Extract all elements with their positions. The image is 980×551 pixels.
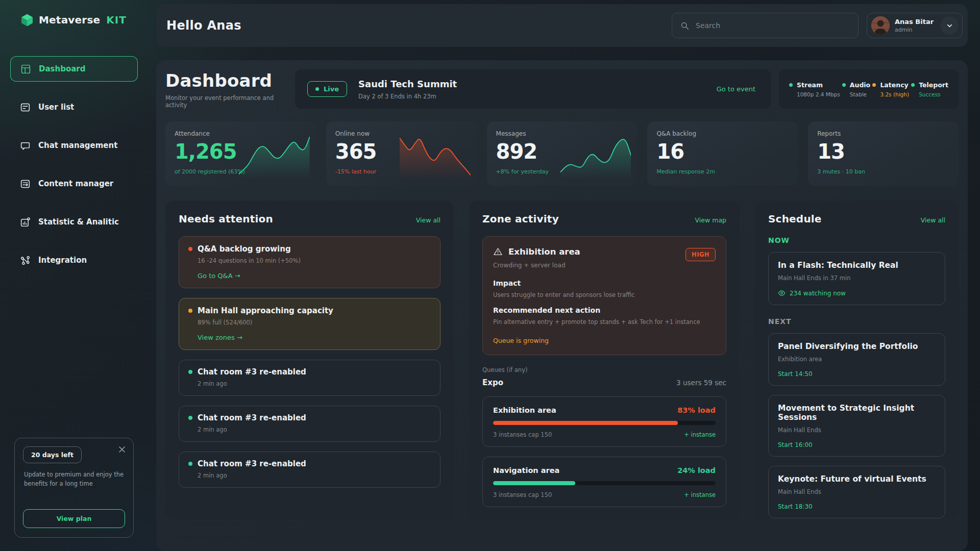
alert-detail: 16 -24 questions in 10 min (+50%) [198,257,431,264]
status-label: Teleport [919,81,948,89]
needs-attention-title: Needs attention [179,213,273,225]
view-plan-button[interactable]: View plan [23,509,125,528]
stat-card-reports: Reports 13 3 mutes · 10 ban [808,121,959,186]
schedule-next-card[interactable]: Movement to Strategic Insight Sessions M… [768,395,945,457]
add-instance-link[interactable]: + instanse [684,491,716,498]
messages-sparkline [560,129,631,180]
alert-card-main-hall[interactable]: Main Hall approaching capacity 89% full … [179,298,440,350]
stat-label: Reports [817,130,949,137]
status-dot [911,83,915,87]
live-badge: Live [307,81,347,97]
impact-label: Impact [493,279,716,287]
needs-attention-view-all-link[interactable]: View all [416,216,440,224]
dashboard-icon [20,64,31,74]
search-input[interactable] [695,21,850,30]
zone-activity-panel: Zone activity View map Exhibition area H… [469,201,740,519]
stat-subtext: Median response 2m [656,168,789,175]
stat-card-attendance: Attendance 1,265 of 2000 registered (63%… [165,121,316,186]
session-title: Movement to Strategic Insight Sessions [778,404,936,422]
sidebar-item-statistics[interactable]: Statistic & Analitic [10,209,138,235]
sidebar-item-label: User list [38,103,74,112]
go-to-event-link[interactable]: Go to event [717,85,755,93]
schedule-next-card[interactable]: Keynote: Future of virtual Events Main H… [768,466,945,518]
promo-text: Update to premium and enjoy the benefits… [24,470,124,489]
schedule-title: Schedule [768,213,822,225]
sidebar-nav: Dashboard User list Chat management Cont… [10,56,138,273]
event-subtitle: Day 2 of 3 Ends in 4h 23m [358,93,457,100]
brand-logo: Metaverse KIT [20,13,138,27]
user-list-icon [20,102,31,113]
app-root: Metaverse KIT Dashboard User list Cha [0,0,980,551]
schedule-now-card[interactable]: In a Flash: Technically Real Main Hall E… [768,252,945,305]
severity-dot [188,370,192,374]
status-label: Audio [850,81,870,89]
stat-card-messages: Messages 892 +8% for yesterday [487,121,638,186]
event-title: Saudi Tech Summit [358,79,457,89]
attendance-sparkline [239,129,310,180]
avatar [871,16,890,35]
impact-text: Users struggle to enter and sponsors los… [493,291,716,298]
status-dot [842,83,846,87]
stat-label: Q&A backlog [656,130,789,137]
go-to-qa-link[interactable]: Go to Q&A → [198,272,240,280]
brand-suffix: KIT [106,14,127,26]
action-label: Recommended next action [493,306,716,314]
live-event-banner: Live Saudi Tech Summit Day 2 of 3 Ends i… [295,69,771,109]
event-card-chat-room[interactable]: Chat room #3 re-enabled 2 min ago [179,406,440,442]
event-card-chat-room[interactable]: Chat room #3 re-enabled 2 min ago [179,452,440,488]
sidebar-item-user-list[interactable]: User list [10,94,138,120]
page-subtitle: Monitor your event performance and activ… [165,94,287,109]
session-detail: Main Hall Ends in 37 min [778,274,936,282]
zone-alert-cause: Crowding + server load [493,262,716,269]
session-title: Keynote: Future of virtual Events [778,474,936,484]
live-dot [315,87,319,91]
session-start-time: Start 16:00 [778,441,813,448]
search-icon [680,21,689,30]
severity-dot [188,247,192,251]
dashboard-panel: Dashboard Monitor your event performance… [156,60,968,551]
sidebar-item-integration[interactable]: Integration [10,247,138,273]
add-instance-link[interactable]: + instanse [684,431,716,438]
chevron-down-icon [946,22,953,30]
sidebar-item-content-manager[interactable]: Content manager [10,171,138,196]
search-box [672,13,859,38]
eye-icon [778,289,786,297]
status-value: Stable [850,91,870,97]
sidebar: Metaverse KIT Dashboard User list Cha [0,0,148,551]
sidebar-item-label: Dashboard [39,64,85,73]
live-label: Live [324,85,339,93]
zone-card-navigation: Navigation area 24% load 3 instanses cap… [482,457,726,507]
alert-title: Q&A backlog growing [198,244,291,254]
stat-card-online-now: Online now 365 -15% last hour [326,121,477,186]
zone-meta: 3 instanses cap 150 [493,431,552,438]
zone-alert-name: Exhibition area [508,247,580,257]
user-menu-toggle[interactable] [940,16,959,35]
session-detail: Exhibition area [778,356,936,363]
stat-value: 16 [656,141,789,162]
watching-count: 234 watching now [790,290,846,297]
integration-icon [20,255,31,266]
schedule-view-all-link[interactable]: View all [921,216,945,224]
status-value: Success [919,91,948,97]
session-start-time: Start 14:50 [778,370,813,378]
status-value: 3.2s (high) [880,91,909,97]
view-map-link[interactable]: View map [695,216,726,224]
alert-card-qa-backlog[interactable]: Q&A backlog growing 16 -24 questions in … [179,236,440,288]
user-menu[interactable]: Anas Bitar admin [867,13,963,38]
schedule-next-card[interactable]: Panel Diversifying the Portfolio Exhibit… [768,333,945,386]
zone-activity-title: Zone activity [482,213,559,225]
load-bar [493,421,716,425]
alert-title: Main Hall approaching capacity [198,306,333,315]
event-card-chat-room[interactable]: Chat room #3 re-enabled 2 min ago [179,360,440,396]
sidebar-item-dashboard[interactable]: Dashboard [10,56,138,82]
zone-card-exhibition: Exhibition area 83% load 3 instanses cap… [482,396,726,447]
banner-row: Dashboard Monitor your event performance… [165,69,959,109]
metaverse-cube-icon [20,13,34,27]
close-icon[interactable] [118,445,126,454]
queue-growing-note: Queue is growing [493,337,716,344]
view-zones-link[interactable]: View zones → [198,334,242,341]
severity-dot [188,462,192,466]
user-name: Anas Bitar [895,18,934,27]
sidebar-item-chat-management[interactable]: Chat management [10,133,138,158]
now-label: NOW [768,236,945,244]
